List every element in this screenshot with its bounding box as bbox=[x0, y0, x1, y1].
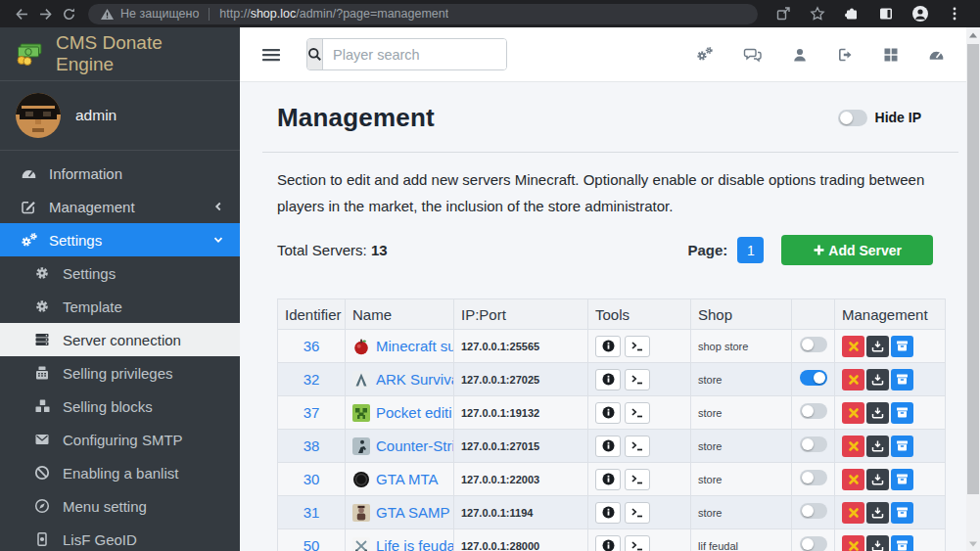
terminal-button[interactable] bbox=[625, 469, 650, 490]
side-panel-icon[interactable] bbox=[874, 2, 898, 25]
page-scrollbar[interactable] bbox=[966, 27, 980, 551]
warning-icon[interactable] bbox=[100, 7, 115, 22]
info-button[interactable] bbox=[595, 336, 621, 357]
address-bar[interactable]: Не защищено http://shop.loc/admin/?page=… bbox=[88, 4, 758, 24]
sidebar-item-lisf-geoid[interactable]: LisF GeoID bbox=[0, 523, 240, 551]
sidebar-item-configuring-smtp[interactable]: Configuring SMTP bbox=[0, 423, 240, 456]
column-header-toggle bbox=[792, 299, 835, 330]
reload-icon[interactable] bbox=[57, 2, 80, 25]
server-name-link[interactable]: Minecraft su bbox=[376, 338, 454, 354]
back-icon[interactable] bbox=[10, 2, 33, 25]
delete-server-button[interactable] bbox=[842, 369, 864, 390]
archive-server-button[interactable] bbox=[891, 436, 913, 457]
sidebar-item-menu-setting[interactable]: Menu setting bbox=[0, 489, 240, 523]
sidebar-item-settings[interactable]: Settings bbox=[0, 223, 240, 256]
delete-server-button[interactable] bbox=[842, 336, 864, 357]
player-search bbox=[306, 38, 507, 70]
download-server-button[interactable] bbox=[866, 502, 889, 524]
sidebar-item-management[interactable]: Management bbox=[0, 190, 240, 223]
server-id-link[interactable]: 37 bbox=[303, 404, 320, 421]
archive-server-button[interactable] bbox=[891, 402, 913, 424]
archive-server-button[interactable] bbox=[891, 502, 913, 524]
dashboard-icon[interactable] bbox=[928, 47, 945, 63]
info-button[interactable] bbox=[595, 535, 621, 551]
terminal-button[interactable] bbox=[625, 402, 650, 424]
sign-out-icon[interactable] bbox=[837, 47, 854, 63]
terminal-button[interactable] bbox=[625, 535, 650, 551]
delete-server-button[interactable] bbox=[842, 502, 864, 524]
server-enabled-toggle[interactable] bbox=[800, 403, 827, 419]
mobile-icon bbox=[32, 531, 52, 547]
archive-server-button[interactable] bbox=[891, 369, 913, 390]
server-name-link[interactable]: Counter-Stri bbox=[376, 437, 454, 454]
hide-ip-toggle[interactable] bbox=[838, 110, 867, 126]
download-server-button[interactable] bbox=[866, 402, 889, 424]
delete-server-button[interactable] bbox=[842, 436, 864, 457]
scroll-up-icon[interactable] bbox=[968, 31, 978, 39]
server-id-link[interactable]: 36 bbox=[303, 338, 320, 354]
server-enabled-toggle[interactable] bbox=[800, 470, 827, 485]
sidebar-item-server-connection[interactable]: Server connection bbox=[0, 323, 240, 356]
user-icon[interactable] bbox=[792, 47, 808, 63]
grid-icon[interactable] bbox=[883, 47, 899, 63]
share-icon[interactable] bbox=[771, 2, 795, 25]
sidebar-item-information[interactable]: Information bbox=[0, 157, 240, 190]
server-name-link[interactable]: GTA SAMP bbox=[376, 504, 450, 521]
terminal-button[interactable] bbox=[625, 369, 650, 390]
delete-server-button[interactable] bbox=[842, 535, 864, 551]
sidebar-item-selling-privileges[interactable]: Selling privileges bbox=[0, 356, 240, 390]
bookmark-star-icon[interactable] bbox=[806, 2, 829, 25]
server-id-link[interactable]: 38 bbox=[303, 437, 320, 454]
delete-server-button[interactable] bbox=[842, 402, 864, 424]
hamburger-icon[interactable] bbox=[261, 47, 281, 63]
forward-icon[interactable] bbox=[33, 2, 57, 25]
download-server-button[interactable] bbox=[866, 369, 889, 390]
server-id-link[interactable]: 30 bbox=[303, 471, 320, 487]
delete-server-button[interactable] bbox=[842, 469, 864, 490]
page-1-button[interactable]: 1 bbox=[737, 237, 764, 263]
sidebar-item-selling-blocks[interactable]: Selling blocks bbox=[0, 390, 240, 423]
browser-profile-icon[interactable] bbox=[909, 2, 932, 25]
browser-menu-icon[interactable] bbox=[943, 2, 966, 25]
info-button[interactable] bbox=[595, 436, 621, 457]
server-name-link[interactable]: GTA MTA bbox=[376, 471, 439, 487]
terminal-button[interactable] bbox=[625, 336, 650, 357]
sidebar-item-enabling-a-banlist[interactable]: Enabling a banlist bbox=[0, 456, 240, 489]
comments-icon[interactable] bbox=[743, 47, 763, 63]
server-id-link[interactable]: 32 bbox=[303, 371, 320, 388]
server-enabled-toggle[interactable] bbox=[800, 337, 827, 352]
server-name-link[interactable]: Pocket editi bbox=[376, 404, 452, 421]
scroll-down-icon[interactable] bbox=[968, 540, 978, 548]
server-enabled-toggle[interactable] bbox=[800, 370, 827, 386]
download-server-button[interactable] bbox=[866, 469, 889, 490]
server-name-link[interactable]: ARK Surviva bbox=[376, 371, 454, 388]
server-name-link[interactable]: Life is feudal bbox=[376, 537, 454, 551]
server-enabled-toggle[interactable] bbox=[800, 436, 827, 452]
cogs-icon[interactable] bbox=[695, 46, 714, 63]
info-button[interactable] bbox=[595, 469, 621, 490]
archive-server-button[interactable] bbox=[891, 535, 913, 551]
download-server-button[interactable] bbox=[866, 436, 889, 457]
sidebar-item-template[interactable]: Template bbox=[0, 290, 240, 323]
terminal-button[interactable] bbox=[625, 436, 650, 457]
archive-server-button[interactable] bbox=[891, 469, 913, 490]
scrollbar-thumb[interactable] bbox=[967, 44, 979, 494]
terminal-button[interactable] bbox=[625, 502, 650, 524]
extensions-icon[interactable] bbox=[840, 2, 863, 25]
download-server-button[interactable] bbox=[866, 535, 889, 551]
server-id-link[interactable]: 31 bbox=[303, 504, 320, 521]
info-button[interactable] bbox=[595, 402, 621, 424]
archive-server-button[interactable] bbox=[891, 336, 913, 357]
download-server-button[interactable] bbox=[866, 336, 889, 357]
sidebar-item-settings[interactable]: Settings bbox=[0, 256, 240, 290]
search-input[interactable] bbox=[323, 39, 507, 69]
info-button[interactable] bbox=[595, 502, 621, 524]
server-ip: 127.0.0.1:1194 bbox=[454, 496, 588, 529]
add-server-button[interactable]: Add Server bbox=[781, 235, 933, 265]
server-enabled-toggle[interactable] bbox=[800, 536, 827, 551]
server-id-link[interactable]: 50 bbox=[303, 537, 320, 551]
server-row-38: 38Counter-Stri127.0.0.1:27015store bbox=[278, 430, 946, 463]
brand[interactable]: CMS Donate Engine bbox=[0, 27, 240, 81]
info-button[interactable] bbox=[595, 369, 621, 390]
server-enabled-toggle[interactable] bbox=[800, 503, 827, 519]
